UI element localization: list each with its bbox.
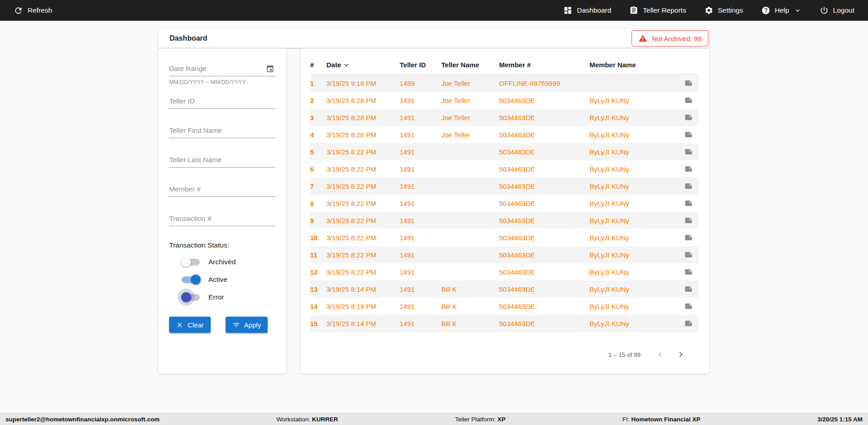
note-icon[interactable] <box>684 78 693 88</box>
row-number: 15 <box>310 320 326 327</box>
table-row[interactable]: 10 3/19/25 8:22 PM 1491 5034463DE ByLyJI… <box>310 229 698 246</box>
transaction-number-input[interactable] <box>169 212 275 226</box>
member-number-input[interactable] <box>169 182 275 197</box>
status-switch[interactable] <box>181 256 202 268</box>
calendar-icon[interactable] <box>265 64 275 74</box>
teller-last-name-input[interactable] <box>169 153 275 168</box>
footer-platform: Teller Platform: XP <box>455 416 505 423</box>
note-icon[interactable] <box>684 301 693 311</box>
row-member-name: ByLyJI KUNy <box>590 234 678 242</box>
note-icon[interactable] <box>684 181 693 191</box>
nav-teller-reports[interactable]: Teller Reports <box>629 6 686 15</box>
footer-platform-value: XP <box>497 416 505 423</box>
table-row[interactable]: 6 3/19/25 8:22 PM 1491 5034463DE ByLyJI … <box>310 160 698 177</box>
note-icon[interactable] <box>684 267 693 277</box>
page-title: Dashboard <box>170 34 208 42</box>
footer-fi-value: Hometown Financial XP <box>631 416 700 423</box>
column-header-num[interactable]: # <box>310 61 326 69</box>
column-header-teller-id[interactable]: Teller ID <box>400 61 441 69</box>
row-member-number: 5034463DE <box>499 217 590 224</box>
nav-help[interactable]: Help <box>761 6 802 15</box>
footer-fi: FI: Hometown Financial XP <box>623 416 701 423</box>
row-teller-name: Joe Teller <box>441 131 499 139</box>
footer-workstation-value: KURRER <box>312 416 338 423</box>
status-switch[interactable] <box>181 291 202 303</box>
nav-logout-label: Logout <box>833 6 854 14</box>
note-icon[interactable] <box>684 233 693 243</box>
row-number: 1 <box>310 79 326 87</box>
pagination-range-label: 1 – 15 of 99 <box>609 351 641 358</box>
note-icon[interactable] <box>684 284 693 294</box>
table-row[interactable]: 4 3/19/25 8:28 PM 1491 Joe Teller 503446… <box>310 126 698 143</box>
pagination-next-button[interactable] <box>675 349 687 360</box>
row-teller-id: 1491 <box>400 200 441 207</box>
table-row[interactable]: 8 3/19/25 8:22 PM 1491 5034463DE ByLyJI … <box>310 195 698 212</box>
table-row[interactable]: 12 3/19/25 8:22 PM 1491 5034463DE ByLyJI… <box>310 263 698 280</box>
table-row[interactable]: 14 3/19/25 8:14 PM 1491 Bill K 5034463DE… <box>310 298 698 315</box>
row-date: 3/19/25 8:14 PM <box>326 320 400 327</box>
table-row[interactable]: 2 3/19/25 8:28 PM 1491 Joe Teller 503446… <box>310 92 698 109</box>
toggle-label-active: Active <box>208 276 227 284</box>
date-range-field: MM/DD/YYYY – MM/DD/YYYY <box>169 62 275 85</box>
row-teller-name: Joe Teller <box>441 97 499 104</box>
chevron-left-icon <box>655 350 665 360</box>
clear-button[interactable]: Clear <box>169 317 211 333</box>
table-row[interactable]: 1 3/19/25 9:18 PM 1489 Joe Teller OFFLIN… <box>310 75 698 92</box>
apply-button[interactable]: Apply <box>226 317 268 333</box>
chevron-right-icon <box>676 350 686 360</box>
row-member-name: ByLyJI KUNy <box>590 97 678 104</box>
note-icon[interactable] <box>684 164 693 174</box>
table-row[interactable]: 3 3/19/25 8:28 PM 1491 Joe Teller 503446… <box>310 109 698 126</box>
table-row[interactable]: 7 3/19/25 8:22 PM 1491 5034463DE ByLyJI … <box>310 177 698 195</box>
row-date: 3/19/25 9:18 PM <box>326 79 400 87</box>
nav-settings[interactable]: Settings <box>704 6 743 15</box>
note-icon[interactable] <box>684 318 693 328</box>
pagination: 1 – 15 of 99 <box>310 349 698 360</box>
toggle-row-error: Error <box>181 291 275 303</box>
row-member-name: ByLyJI KUNy <box>590 251 678 259</box>
sort-arrow-icon <box>342 61 350 69</box>
toggle-label-error: Error <box>208 293 224 301</box>
teller-id-input[interactable] <box>169 94 275 109</box>
table-row[interactable]: 15 3/19/25 8:14 PM 1491 Bill K 5034463DE… <box>310 315 698 332</box>
date-range-input[interactable] <box>169 62 265 76</box>
note-icon[interactable] <box>684 198 693 208</box>
teller-first-name-input[interactable] <box>169 124 275 138</box>
status-switch[interactable] <box>181 274 202 285</box>
nav-dashboard[interactable]: Dashboard <box>563 6 611 15</box>
note-icon[interactable] <box>684 112 693 122</box>
footer-datetime: 3/20/25 1:15 AM <box>817 416 863 423</box>
status-footer: superteller2@hometownfinancialxp.onmicro… <box>0 413 868 425</box>
note-icon[interactable] <box>684 147 693 157</box>
topbar: Refresh Dashboard Teller Reports Setting… <box>0 0 868 21</box>
row-teller-id: 1489 <box>400 79 441 87</box>
note-icon[interactable] <box>684 250 693 260</box>
nav-logout[interactable]: Logout <box>820 6 854 15</box>
table-row[interactable]: 11 3/19/25 8:22 PM 1491 5034463DE ByLyJI… <box>310 246 698 263</box>
row-number: 9 <box>310 217 326 224</box>
footer-platform-label: Teller Platform: <box>455 416 495 423</box>
row-member-number: 5034463DE <box>499 251 590 259</box>
row-member-number: 5034463DE <box>499 131 590 139</box>
warning-triangle-icon <box>638 34 647 43</box>
column-header-member-num[interactable]: Member # <box>499 61 590 69</box>
not-archived-badge[interactable]: Not Archived: 99 <box>632 30 708 47</box>
column-header-member-name[interactable]: Member Name <box>590 61 678 69</box>
row-member-number: 5034463DE <box>499 97 590 104</box>
column-header-teller-name[interactable]: Teller Name <box>441 61 499 69</box>
note-icon[interactable] <box>684 95 693 105</box>
table-row[interactable]: 5 3/19/25 8:22 PM 1491 5034463DE ByLyJI … <box>310 143 698 160</box>
row-teller-name: Bill K <box>441 320 499 327</box>
row-member-name: ByLyJI KUNy <box>590 148 678 156</box>
table-row[interactable]: 9 3/19/25 8:22 PM 1491 5034463DE ByLyJI … <box>310 212 698 229</box>
row-teller-id: 1491 <box>400 285 441 293</box>
refresh-button[interactable]: Refresh <box>14 6 52 15</box>
note-icon[interactable] <box>684 215 693 225</box>
row-teller-id: 1491 <box>400 303 441 310</box>
row-number: 11 <box>310 251 326 259</box>
note-icon[interactable] <box>684 130 693 140</box>
row-member-number: 5034463DE <box>499 165 590 173</box>
row-member-name: ByLyJI KUNy <box>590 114 678 121</box>
table-row[interactable]: 13 3/19/25 8:14 PM 1491 Bill K 5034463DE… <box>310 280 698 298</box>
column-header-date[interactable]: Date <box>326 61 400 69</box>
